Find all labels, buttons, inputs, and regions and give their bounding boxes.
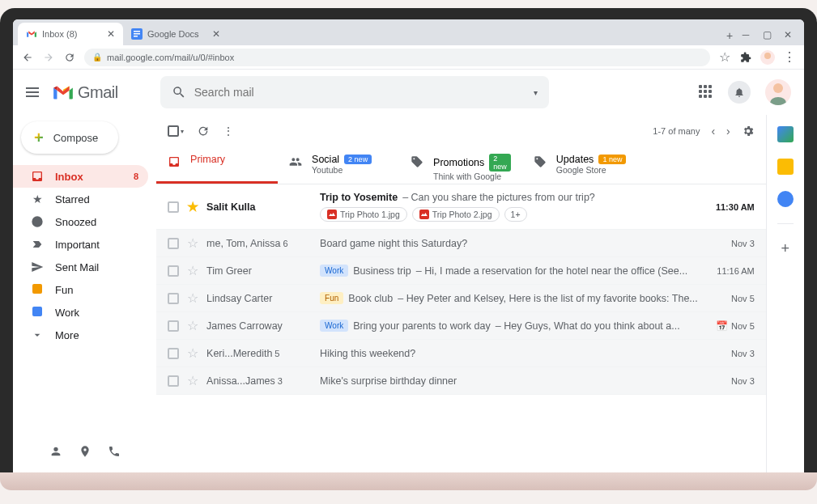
more-icon <box>31 328 44 341</box>
sidebar-item-label: Fun <box>55 284 73 296</box>
notifications-icon[interactable] <box>728 81 751 104</box>
sidebar-item-inbox[interactable]: Inbox8 <box>13 165 148 188</box>
select-all-checkbox[interactable]: ▾ <box>168 125 184 137</box>
email-date: Nov 3 <box>706 376 755 386</box>
url-field[interactable]: 🔒 mail.google.com/mail/u/0/#inbox <box>84 49 710 66</box>
sidebar-item-important[interactable]: Important <box>13 233 148 256</box>
email-checkbox[interactable] <box>168 348 179 359</box>
star-icon[interactable]: ☆ <box>187 345 198 361</box>
contacts-icon[interactable] <box>49 445 62 458</box>
browser-tab[interactable]: Google Docs✕ <box>123 23 228 45</box>
category-tab-updates[interactable]: Updates1 newGoogle Store <box>522 147 644 184</box>
extensions-button[interactable] <box>739 51 752 64</box>
back-button[interactable] <box>21 51 34 64</box>
category-icon <box>534 155 547 168</box>
work-icon <box>31 306 44 319</box>
google-apps-icon[interactable] <box>699 85 713 100</box>
sidebar-item-snoozed[interactable]: Snoozed <box>13 210 148 233</box>
main-menu-icon[interactable] <box>26 84 42 100</box>
email-checkbox[interactable] <box>168 293 179 304</box>
email-checkbox[interactable] <box>168 201 179 213</box>
email-row[interactable]: ☆ Tim Greer WorkBusiness tripHi, I made … <box>156 257 766 285</box>
email-date: Nov 3 <box>706 239 755 248</box>
email-list: ★ Salit Kulla Trip to YosemiteCan you sh… <box>156 184 766 472</box>
sidebar-item-more[interactable]: More <box>13 324 148 346</box>
hangouts-location-icon[interactable] <box>79 445 91 458</box>
tab-close-icon[interactable]: ✕ <box>107 28 115 40</box>
window-minimize[interactable]: ─ <box>739 29 752 40</box>
browser-tab-strip: Inbox (8)✕Google Docs✕ + ─ ▢ ✕ <box>13 19 804 45</box>
category-tab-promotions[interactable]: Promotions2 newThink with Google <box>399 147 522 184</box>
add-app-icon[interactable]: + <box>777 240 794 256</box>
sidebar-item-sent-mail[interactable]: Sent Mail <box>13 256 148 278</box>
email-sender: Anissa...James3 <box>206 375 312 387</box>
gmail-header: Gmail ▾ <box>13 70 804 115</box>
browser-menu[interactable]: ⋮ <box>783 51 796 64</box>
sidebar-item-count: 8 <box>134 172 138 181</box>
phone-icon[interactable] <box>108 445 121 458</box>
refresh-button[interactable] <box>197 125 210 138</box>
search-input[interactable] <box>194 86 526 99</box>
email-checkbox[interactable] <box>168 320 179 332</box>
email-subject: Hiking this weekend? <box>320 348 415 359</box>
star-icon[interactable]: ☆ <box>187 235 198 251</box>
category-tab-social[interactable]: Social2 newYoutube <box>278 147 399 184</box>
category-label: Social <box>312 154 339 165</box>
browser-tab[interactable]: Inbox (8)✕ <box>18 23 123 45</box>
sidebar-item-fun[interactable]: Fun <box>13 278 148 301</box>
email-snippet: Can you share the pictures from our trip… <box>402 192 595 203</box>
page-prev[interactable]: ‹ <box>711 125 715 138</box>
email-subject: Mike's surprise birthday dinner <box>320 375 457 387</box>
image-icon <box>327 210 337 219</box>
category-tab-primary[interactable]: Primary <box>156 147 278 184</box>
svg-rect-3 <box>134 36 138 37</box>
sidebar-item-starred[interactable]: ★Starred <box>13 188 148 210</box>
new-tab-button[interactable]: + <box>720 26 739 45</box>
account-avatar[interactable] <box>765 79 791 105</box>
sidebar-item-work[interactable]: Work <box>13 301 148 324</box>
settings-icon[interactable] <box>742 125 755 138</box>
window-close[interactable]: ✕ <box>781 29 794 40</box>
fun-icon <box>31 283 44 296</box>
compose-button[interactable]: + Compose <box>21 121 118 154</box>
star-icon[interactable]: ☆ <box>187 318 198 333</box>
keep-app-icon[interactable] <box>777 159 794 175</box>
window-maximize[interactable]: ▢ <box>760 29 773 40</box>
attachment-chip[interactable]: Trip Photo 1.jpg <box>320 207 407 222</box>
tab-close-icon[interactable]: ✕ <box>212 28 220 40</box>
more-actions-button[interactable]: ⋮ <box>223 125 234 138</box>
browser-profile-avatar[interactable] <box>760 50 775 65</box>
search-options-caret[interactable]: ▾ <box>534 88 538 97</box>
email-checkbox[interactable] <box>168 238 179 249</box>
forward-button[interactable] <box>42 51 55 64</box>
tab-title: Google Docs <box>147 29 207 39</box>
reload-button[interactable] <box>63 51 76 64</box>
email-snippet: Hey Peter and Kelsey, Here is the list o… <box>398 293 698 304</box>
email-row[interactable]: ☆ Keri...Meredith5 Hiking this weekend? … <box>156 340 766 367</box>
star-icon[interactable]: ★ <box>187 199 198 214</box>
star-icon: ★ <box>31 193 44 205</box>
more-attachments[interactable]: 1+ <box>504 207 527 222</box>
calendar-app-icon[interactable] <box>777 126 794 142</box>
attachment-chip[interactable]: Trip Photo 2.jpg <box>412 207 500 222</box>
page-next[interactable]: › <box>726 125 730 138</box>
search-box[interactable]: ▾ <box>160 76 549 108</box>
star-icon[interactable]: ☆ <box>187 263 198 278</box>
email-row[interactable]: ☆ Lindsay Carter FunBook clubHey Peter a… <box>156 285 766 312</box>
star-icon[interactable]: ☆ <box>187 290 198 306</box>
email-row[interactable]: ☆ me, Tom, Anissa6 Board game night this… <box>156 230 766 257</box>
email-row[interactable]: ☆ Anissa...James3 Mike's surprise birthd… <box>156 367 766 395</box>
email-row[interactable]: ★ Salit Kulla Trip to YosemiteCan you sh… <box>156 184 766 230</box>
email-sender: Salit Kulla <box>206 201 312 213</box>
bookmark-button[interactable]: ☆ <box>718 51 731 64</box>
email-row[interactable]: ☆ James Carroway WorkBring your parents … <box>156 312 766 340</box>
gmail-logo[interactable]: Gmail <box>52 83 118 102</box>
email-sender: Lindsay Carter <box>206 293 312 304</box>
email-checkbox[interactable] <box>168 375 179 387</box>
category-subtext: Google Store <box>556 165 627 175</box>
category-label: Promotions <box>433 157 484 168</box>
tasks-app-icon[interactable] <box>777 191 794 207</box>
email-checkbox[interactable] <box>168 265 179 277</box>
star-icon[interactable]: ☆ <box>187 373 198 388</box>
compose-plus-icon: + <box>34 129 44 147</box>
